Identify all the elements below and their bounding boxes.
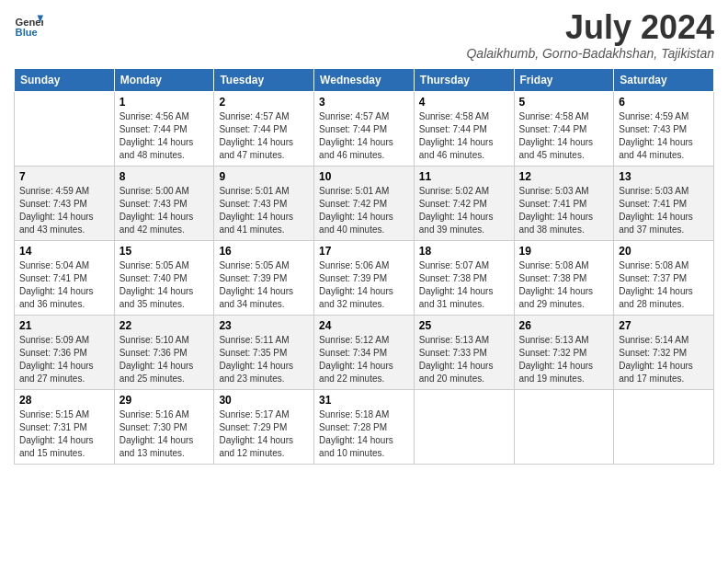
day-info: Sunrise: 5:15 AMSunset: 7:31 PMDaylight:… [19,408,109,460]
week-row-3: 14Sunrise: 5:04 AMSunset: 7:41 PMDayligh… [15,240,714,315]
day-cell-11: 11Sunrise: 5:02 AMSunset: 7:42 PMDayligh… [414,166,514,240]
day-number: 17 [319,245,409,258]
day-number: 22 [119,319,210,332]
day-info: Sunrise: 5:03 AMSunset: 7:41 PMDaylight:… [619,185,709,236]
svg-text:Blue: Blue [16,27,38,38]
day-cell-23: 23Sunrise: 5:11 AMSunset: 7:35 PMDayligh… [214,315,314,389]
day-info: Sunrise: 5:08 AMSunset: 7:37 PMDaylight:… [619,259,709,311]
day-cell-17: 17Sunrise: 5:06 AMSunset: 7:39 PMDayligh… [314,240,415,315]
day-info: Sunrise: 5:12 AMSunset: 7:34 PMDaylight:… [319,334,409,385]
weekday-header-tuesday: Tuesday [214,68,314,91]
day-number: 15 [119,245,210,258]
day-info: Sunrise: 4:59 AMSunset: 7:43 PMDaylight:… [19,185,109,236]
day-info: Sunrise: 5:06 AMSunset: 7:39 PMDaylight:… [319,259,409,311]
day-cell-13: 13Sunrise: 5:03 AMSunset: 7:41 PMDayligh… [614,166,714,240]
day-cell-8: 8Sunrise: 5:00 AMSunset: 7:43 PMDaylight… [114,166,214,240]
day-number: 30 [219,394,309,407]
week-row-5: 28Sunrise: 5:15 AMSunset: 7:31 PMDayligh… [15,389,714,464]
day-number: 16 [219,245,309,258]
day-number: 9 [219,170,309,183]
day-info: Sunrise: 5:02 AMSunset: 7:42 PMDaylight:… [419,185,509,236]
day-info: Sunrise: 5:01 AMSunset: 7:42 PMDaylight:… [319,185,409,236]
day-cell-20: 20Sunrise: 5:08 AMSunset: 7:37 PMDayligh… [614,240,714,315]
weekday-header-friday: Friday [514,68,614,91]
day-number: 28 [19,394,109,407]
day-info: Sunrise: 5:11 AMSunset: 7:35 PMDaylight:… [219,334,309,385]
day-info: Sunrise: 5:17 AMSunset: 7:29 PMDaylight:… [219,408,309,460]
logo-icon: General Blue [14,9,43,39]
day-info: Sunrise: 4:58 AMSunset: 7:44 PMDaylight:… [519,110,609,162]
day-number: 8 [119,170,210,183]
day-cell-27: 27Sunrise: 5:14 AMSunset: 7:32 PMDayligh… [614,315,714,389]
week-row-1: 1Sunrise: 4:56 AMSunset: 7:44 PMDaylight… [15,91,714,166]
day-number: 10 [319,170,409,183]
day-cell-15: 15Sunrise: 5:05 AMSunset: 7:40 PMDayligh… [114,240,214,315]
day-number: 23 [219,319,309,332]
header-row: SundayMondayTuesdayWednesdayThursdayFrid… [15,68,714,91]
day-info: Sunrise: 4:59 AMSunset: 7:43 PMDaylight:… [619,110,709,162]
day-info: Sunrise: 5:10 AMSunset: 7:36 PMDaylight:… [119,334,210,385]
day-number: 27 [619,319,709,332]
day-cell-10: 10Sunrise: 5:01 AMSunset: 7:42 PMDayligh… [314,166,415,240]
day-info: Sunrise: 5:05 AMSunset: 7:40 PMDaylight:… [119,259,210,311]
day-number: 6 [619,96,709,109]
day-cell-29: 29Sunrise: 5:16 AMSunset: 7:30 PMDayligh… [114,389,214,464]
empty-cell [414,389,514,464]
day-info: Sunrise: 4:57 AMSunset: 7:44 PMDaylight:… [319,110,409,162]
day-number: 19 [519,245,609,258]
day-cell-21: 21Sunrise: 5:09 AMSunset: 7:36 PMDayligh… [15,315,115,389]
day-cell-9: 9Sunrise: 5:01 AMSunset: 7:43 PMDaylight… [214,166,314,240]
empty-cell [514,389,614,464]
day-cell-14: 14Sunrise: 5:04 AMSunset: 7:41 PMDayligh… [15,240,115,315]
main-container: General Blue July 2024 Qalaikhumb, Gorno… [0,0,728,563]
day-cell-2: 2Sunrise: 4:57 AMSunset: 7:44 PMDaylight… [214,91,314,166]
weekday-header-thursday: Thursday [414,68,514,91]
day-info: Sunrise: 5:04 AMSunset: 7:41 PMDaylight:… [19,259,109,311]
day-number: 31 [319,394,409,407]
day-cell-5: 5Sunrise: 4:58 AMSunset: 7:44 PMDaylight… [514,91,614,166]
day-cell-31: 31Sunrise: 5:18 AMSunset: 7:28 PMDayligh… [314,389,415,464]
day-number: 12 [519,170,609,183]
day-number: 21 [19,319,109,332]
title-block: July 2024 Qalaikhumb, Gorno-Badakhshan, … [466,9,714,61]
day-info: Sunrise: 5:14 AMSunset: 7:32 PMDaylight:… [619,334,709,385]
day-cell-25: 25Sunrise: 5:13 AMSunset: 7:33 PMDayligh… [414,315,514,389]
day-number: 13 [619,170,709,183]
day-number: 5 [519,96,609,109]
day-info: Sunrise: 5:01 AMSunset: 7:43 PMDaylight:… [219,185,309,236]
week-row-4: 21Sunrise: 5:09 AMSunset: 7:36 PMDayligh… [15,315,714,389]
day-cell-1: 1Sunrise: 4:56 AMSunset: 7:44 PMDaylight… [114,91,214,166]
day-cell-12: 12Sunrise: 5:03 AMSunset: 7:41 PMDayligh… [514,166,614,240]
day-number: 29 [119,394,210,407]
day-info: Sunrise: 5:00 AMSunset: 7:43 PMDaylight:… [119,185,210,236]
day-cell-16: 16Sunrise: 5:05 AMSunset: 7:39 PMDayligh… [214,240,314,315]
subtitle: Qalaikhumb, Gorno-Badakhshan, Tajikistan [466,46,714,61]
day-number: 7 [19,170,109,183]
day-cell-4: 4Sunrise: 4:58 AMSunset: 7:44 PMDaylight… [414,91,514,166]
day-cell-3: 3Sunrise: 4:57 AMSunset: 7:44 PMDaylight… [314,91,415,166]
empty-cell [15,91,115,166]
day-cell-6: 6Sunrise: 4:59 AMSunset: 7:43 PMDaylight… [614,91,714,166]
day-info: Sunrise: 5:13 AMSunset: 7:32 PMDaylight:… [519,334,609,385]
day-number: 4 [419,96,509,109]
day-number: 26 [519,319,609,332]
day-info: Sunrise: 4:57 AMSunset: 7:44 PMDaylight:… [219,110,309,162]
day-number: 11 [419,170,509,183]
main-title: July 2024 [466,9,714,46]
weekday-header-wednesday: Wednesday [314,68,415,91]
day-info: Sunrise: 4:58 AMSunset: 7:44 PMDaylight:… [419,110,509,162]
day-cell-26: 26Sunrise: 5:13 AMSunset: 7:32 PMDayligh… [514,315,614,389]
day-info: Sunrise: 5:05 AMSunset: 7:39 PMDaylight:… [219,259,309,311]
day-cell-7: 7Sunrise: 4:59 AMSunset: 7:43 PMDaylight… [15,166,115,240]
day-info: Sunrise: 5:13 AMSunset: 7:33 PMDaylight:… [419,334,509,385]
empty-cell [614,389,714,464]
weekday-header-saturday: Saturday [614,68,714,91]
day-info: Sunrise: 5:09 AMSunset: 7:36 PMDaylight:… [19,334,109,385]
day-number: 3 [319,96,409,109]
day-number: 1 [119,96,210,109]
day-cell-24: 24Sunrise: 5:12 AMSunset: 7:34 PMDayligh… [314,315,415,389]
day-info: Sunrise: 5:07 AMSunset: 7:38 PMDaylight:… [419,259,509,311]
day-number: 18 [419,245,509,258]
day-number: 14 [19,245,109,258]
weekday-header-monday: Monday [114,68,214,91]
